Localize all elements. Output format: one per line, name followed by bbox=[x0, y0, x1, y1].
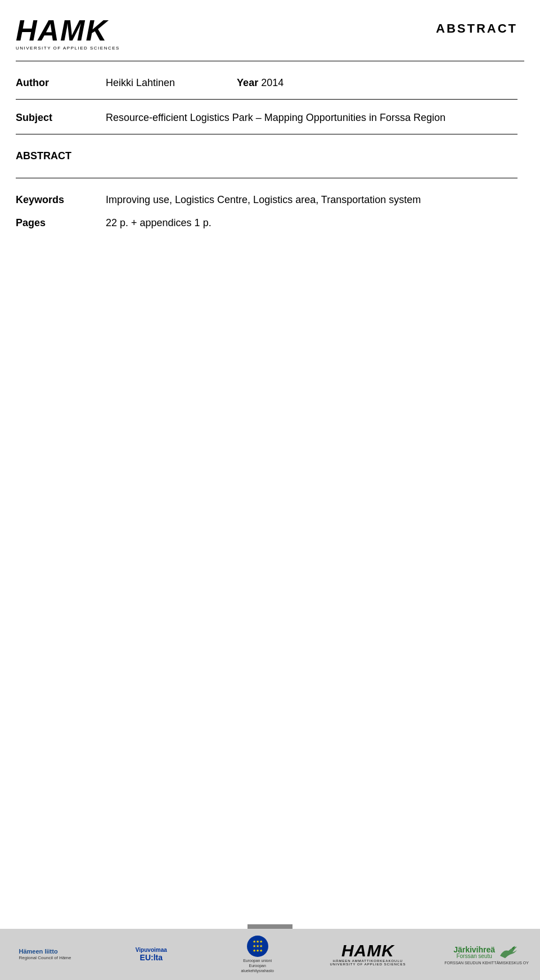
abstract-heading: ABSTRACT bbox=[16, 150, 518, 162]
jarkivihrea-sub: Forssan seutu bbox=[453, 954, 495, 959]
page-header: HAMK University of Applied Sciences ABST… bbox=[0, 0, 540, 51]
abstract-section: ABSTRACT bbox=[16, 134, 518, 178]
vipuvoimaa-logo: Vipuvoimaa EU:lta bbox=[118, 947, 185, 962]
eu-circle-logo: ★★★★★★★★★ Euroopan unioniEuroopan alueke… bbox=[224, 936, 291, 973]
eulta-text: EU:lta bbox=[140, 953, 163, 962]
page-footer: Hämeen liitto Regional Council of Häme V… bbox=[0, 924, 540, 980]
author-year-row: Author Heikki Lahtinen Year 2014 bbox=[16, 61, 518, 100]
info-section: Author Heikki Lahtinen Year 2014 Subject… bbox=[16, 61, 518, 134]
keywords-label: Keywords bbox=[16, 194, 106, 206]
hameen-liitto-sub: Regional Council of Häme bbox=[19, 955, 71, 960]
keywords-row: Keywords Improving use, Logistics Centre… bbox=[16, 178, 518, 206]
hamk-subtitle: University of Applied Sciences bbox=[16, 46, 120, 51]
footer-divider-bar bbox=[248, 924, 292, 929]
eu-circle: ★★★★★★★★★ bbox=[247, 936, 268, 957]
eu-circle-desc: Euroopan unioniEuroopan aluekehitysrahas… bbox=[235, 958, 280, 973]
vipuvoimaa-text: Vipuvoimaa bbox=[136, 947, 167, 953]
subject-row: Subject Resource-efficient Logistics Par… bbox=[16, 100, 518, 134]
hameen-liitto-logo: Hämeen liitto Regional Council of Häme bbox=[11, 948, 79, 960]
hamk-footer-name: HAMK bbox=[341, 942, 394, 959]
pages-row: Pages 22 p. + appendices 1 p. bbox=[16, 206, 518, 229]
author-name: Heikki Lahtinen bbox=[106, 77, 175, 88]
jarkivihrea-name: Järkivihreä bbox=[453, 946, 495, 954]
footer-logos: Hämeen liitto Regional Council of Häme V… bbox=[0, 929, 540, 980]
hameen-liitto-name: Hämeen liitto bbox=[19, 948, 58, 955]
main-content: Author Heikki Lahtinen Year 2014 Subject… bbox=[0, 61, 540, 980]
author-value: Heikki Lahtinen Year 2014 bbox=[106, 77, 518, 89]
page-title: ABSTRACT bbox=[436, 16, 518, 36]
eu-stars: ★★★★★★★★★ bbox=[253, 939, 263, 953]
hamk-logo: HAMK University of Applied Sciences bbox=[16, 16, 120, 51]
bird-icon bbox=[497, 944, 520, 961]
subject-label: Subject bbox=[16, 112, 106, 124]
year-label: Year bbox=[237, 77, 258, 88]
year-value: 2014 bbox=[261, 77, 284, 88]
hamk-footer-subtitle: HÄMEEN AMMATTIKORKEAKOULUUNIVERSITY OF A… bbox=[330, 959, 406, 966]
keywords-value: Improving use, Logistics Centre, Logisti… bbox=[106, 194, 518, 206]
hamk-footer-logo: HAMK HÄMEEN AMMATTIKORKEAKOULUUNIVERSITY… bbox=[330, 942, 406, 966]
pages-value: 22 p. + appendices 1 p. bbox=[106, 217, 518, 229]
hamk-name: HAMK bbox=[16, 16, 120, 45]
jarkivihrea-desc: FORSSAN SEUDUN KEHITTÄMISKESKUS OY bbox=[444, 961, 529, 965]
jarkivihrea-logo: Järkivihreä Forssan seutu FORSSAN SEUDUN… bbox=[444, 944, 529, 965]
subject-value: Resource-efficient Logistics Park – Mapp… bbox=[106, 112, 518, 124]
pages-label: Pages bbox=[16, 217, 106, 229]
author-label: Author bbox=[16, 77, 106, 89]
hamk-logo-area: HAMK University of Applied Sciences bbox=[16, 16, 120, 51]
page: HAMK University of Applied Sciences ABST… bbox=[0, 0, 540, 980]
